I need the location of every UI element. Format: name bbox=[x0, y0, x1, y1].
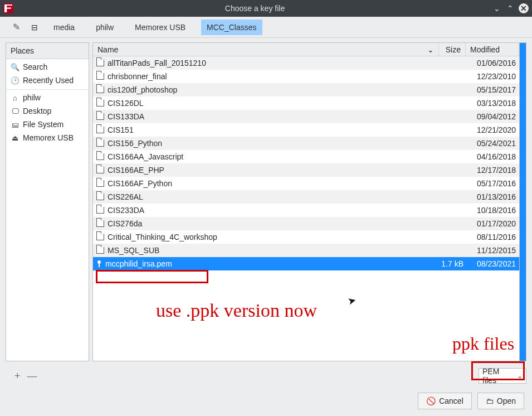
file-name: CIS156_Python bbox=[108, 139, 162, 148]
crumb-memorex[interactable]: Memorex USB bbox=[129, 20, 191, 35]
places-item-label: Search bbox=[23, 62, 47, 71]
column-header-name[interactable]: Name ⌄ bbox=[93, 43, 439, 56]
file-name: CIS151 bbox=[108, 125, 134, 134]
minimize-button[interactable]: ⌄ bbox=[492, 3, 502, 13]
cancel-icon: 🚫 bbox=[426, 396, 436, 405]
path-bar: ✎ ⊟ media philw Memorex USB MCC_Classes bbox=[0, 17, 532, 38]
edit-path-icon[interactable]: ✎ bbox=[11, 22, 21, 32]
file-modified: 10/18/2016 bbox=[466, 206, 519, 215]
file-row[interactable]: CIS276da01/17/2020 bbox=[93, 217, 519, 230]
file-name: CIS166AE_PHP bbox=[108, 166, 164, 175]
places-pane: Places 🔍Search🕑Recently Used⌂philw🖵Deskt… bbox=[6, 42, 89, 361]
file-name: CIS233DA bbox=[108, 206, 144, 215]
crumb-mcc-classes[interactable]: MCC_Classes bbox=[201, 20, 262, 35]
file-name: CIS166AF_Python bbox=[108, 179, 172, 188]
file-name: CIS133DA bbox=[108, 112, 144, 121]
cancel-button[interactable]: 🚫 Cancel bbox=[418, 393, 472, 409]
file-row[interactable]: CIS15112/21/2020 bbox=[93, 123, 519, 137]
file-name: CIS126DL bbox=[108, 99, 144, 108]
filter-label: PEM files bbox=[482, 367, 515, 385]
filesystem-icon: 🖴 bbox=[11, 120, 19, 129]
file-name: CIS166AA_Javascript bbox=[108, 152, 183, 161]
folder-icon bbox=[96, 100, 104, 107]
file-row[interactable]: Critical_Thinking_4C_workshop08/11/2016 bbox=[93, 230, 519, 244]
places-item[interactable]: 🖴File System bbox=[6, 118, 89, 131]
places-item[interactable]: 🖵Desktop bbox=[6, 104, 89, 118]
folder-icon bbox=[96, 153, 104, 160]
file-name: chrisbonner_final bbox=[108, 72, 167, 81]
file-row[interactable]: CIS126DL03/13/2018 bbox=[93, 96, 519, 110]
folder-icon bbox=[96, 140, 104, 147]
file-row[interactable]: mccphilid_irsa.pem1.7 kB08/23/2021 bbox=[93, 257, 519, 270]
places-header: Places bbox=[6, 43, 89, 59]
folder-icon bbox=[96, 180, 104, 187]
places-item[interactable]: ⌂philw bbox=[6, 89, 89, 104]
home-icon: ⌂ bbox=[11, 94, 19, 102]
file-name: CIS226AL bbox=[108, 192, 143, 201]
places-item-label: philw bbox=[23, 93, 41, 102]
file-modified: 01/13/2016 bbox=[466, 192, 519, 201]
file-modified: 01/17/2020 bbox=[466, 219, 519, 228]
close-button[interactable]: ✕ bbox=[519, 3, 529, 13]
add-bookmark-button[interactable]: + bbox=[14, 370, 21, 382]
app-icon bbox=[3, 3, 13, 13]
file-type-filter[interactable]: PEM files ⌄ bbox=[479, 368, 526, 384]
file-row[interactable]: MS_SQL_SUB11/12/2015 bbox=[93, 244, 519, 257]
file-row[interactable]: CIS226AL01/13/2016 bbox=[93, 190, 519, 204]
file-modified: 08/11/2016 bbox=[466, 233, 519, 241]
crumb-media[interactable]: media bbox=[48, 20, 80, 35]
vertical-scrollbar[interactable] bbox=[519, 43, 526, 361]
folder-icon bbox=[96, 194, 104, 200]
sort-indicator-icon: ⌄ bbox=[427, 45, 434, 54]
open-folder-icon: 🗀 bbox=[486, 396, 494, 405]
folder-icon bbox=[96, 167, 104, 173]
file-modified: 05/24/2021 bbox=[466, 139, 519, 148]
remove-bookmark-button[interactable]: — bbox=[27, 370, 37, 382]
file-row[interactable]: cis120df_photoshop05/15/2017 bbox=[93, 83, 519, 96]
file-name: mccphilid_irsa.pem bbox=[105, 259, 172, 268]
file-row[interactable]: CIS166AF_Python05/17/2016 bbox=[93, 177, 519, 190]
places-item-label: File System bbox=[23, 120, 64, 129]
open-button[interactable]: 🗀 Open bbox=[477, 393, 524, 409]
file-modified: 05/15/2017 bbox=[466, 85, 519, 94]
annotation-filter-note: ppk files bbox=[452, 333, 514, 354]
column-header-modified[interactable]: Modified bbox=[466, 43, 519, 56]
maximize-button[interactable]: ⌃ bbox=[505, 3, 515, 13]
crumb-philw[interactable]: philw bbox=[90, 20, 119, 35]
file-row[interactable]: CIS166AA_Javascript04/16/2018 bbox=[93, 150, 519, 163]
annotation-main-note: use .ppk version now bbox=[156, 300, 317, 321]
open-label: Open bbox=[497, 396, 516, 405]
file-row[interactable]: CIS166AE_PHP12/17/2018 bbox=[93, 163, 519, 177]
file-modified: 05/17/2016 bbox=[466, 179, 519, 188]
places-item[interactable]: 🕑Recently Used bbox=[6, 74, 89, 87]
file-row[interactable]: CIS133DA09/04/2012 bbox=[93, 110, 519, 123]
file-name: CIS276da bbox=[108, 219, 142, 228]
file-row[interactable]: allTitanPads_Fall_2015121001/06/2016 bbox=[93, 56, 519, 70]
folder-icon bbox=[96, 73, 104, 80]
file-modified: 03/13/2018 bbox=[466, 99, 519, 108]
folder-icon bbox=[96, 86, 104, 93]
svg-rect-1 bbox=[99, 263, 100, 267]
places-item-label: Desktop bbox=[23, 107, 51, 115]
file-modified: 12/21/2020 bbox=[466, 125, 519, 134]
file-name: Critical_Thinking_4C_workshop bbox=[108, 233, 217, 241]
cancel-label: Cancel bbox=[439, 396, 463, 405]
key-file-icon bbox=[96, 260, 102, 268]
file-row[interactable]: CIS156_Python05/24/2021 bbox=[93, 137, 519, 150]
desktop-icon: 🖵 bbox=[11, 107, 19, 115]
file-modified: 11/12/2015 bbox=[466, 246, 519, 255]
search-icon: 🔍 bbox=[11, 63, 19, 71]
column-header-size[interactable]: Size bbox=[439, 43, 466, 56]
file-name: cis120df_photoshop bbox=[108, 85, 177, 94]
file-modified: 12/23/2010 bbox=[466, 72, 519, 81]
chevron-down-icon: ⌄ bbox=[517, 372, 523, 380]
file-name: MS_SQL_SUB bbox=[108, 246, 159, 255]
places-item[interactable]: 🔍Search bbox=[6, 60, 89, 74]
folder-icon bbox=[96, 220, 104, 227]
usb-icon: ⏏ bbox=[11, 134, 19, 142]
file-row[interactable]: chrisbonner_final12/23/2010 bbox=[93, 70, 519, 83]
places-item[interactable]: ⏏Memorex USB bbox=[6, 131, 89, 144]
disk-icon[interactable]: ⊟ bbox=[31, 23, 38, 32]
file-row[interactable]: CIS233DA10/18/2016 bbox=[93, 204, 519, 217]
file-name: allTitanPads_Fall_20151210 bbox=[108, 59, 206, 67]
